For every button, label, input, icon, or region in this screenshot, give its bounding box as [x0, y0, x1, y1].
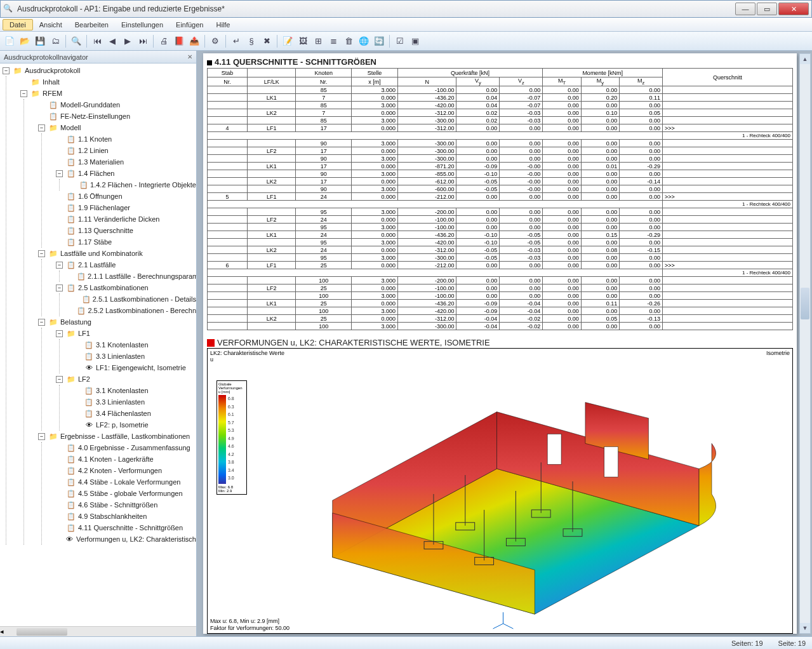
vertical-scrollbar[interactable]: ▲ ▼ — [799, 53, 811, 634]
tree-item[interactable]: 3.1 Knotenlasten — [96, 387, 149, 394]
toolbar-prev-icon[interactable]: ◀ — [105, 34, 119, 48]
navigator-close-icon[interactable]: ✕ — [187, 53, 192, 60]
tree-item[interactable]: 3.1 Knotenlasten — [96, 341, 149, 349]
tree-item[interactable]: 4.6 Stäbe - Schnittgrößen — [78, 501, 157, 509]
tree-item[interactable]: 4.1 Knoten - Lagerkräfte — [78, 455, 154, 463]
toolbar-last-icon[interactable]: ⏭ — [136, 34, 150, 48]
toolbar-print-icon[interactable]: 🖨 — [157, 34, 171, 48]
toolbar-table-icon[interactable]: ⊞ — [311, 34, 325, 48]
toolbar-pagebreak-icon[interactable]: ↵ — [229, 34, 243, 48]
tree-item[interactable]: 2.5.1 Lastkombinationen - Details — [93, 295, 196, 303]
tree-item[interactable]: 1.6 Öffnungen — [78, 192, 123, 200]
tree-collapse-icon[interactable]: − — [56, 262, 63, 269]
tree-item-lf2[interactable]: LF2 — [78, 375, 90, 383]
minimize-button[interactable]: — — [735, 3, 755, 15]
toolbar-pdf-icon[interactable]: 📕 — [172, 34, 186, 48]
tree-item[interactable]: 4.2 Knoten - Verformungen — [78, 467, 162, 474]
scroll-down-icon[interactable]: ▼ — [800, 623, 810, 633]
tree-item-belastung[interactable]: Belastung — [60, 318, 91, 326]
tree-item[interactable]: 3.4 Flächenlasten — [96, 410, 151, 417]
toolbar-del-icon[interactable]: 🗑 — [342, 34, 356, 48]
menu-ansicht[interactable]: Ansicht — [33, 20, 69, 30]
tree-item[interactable]: Modell-Grunddaten — [60, 101, 120, 109]
toolbar-section-icon[interactable]: § — [244, 34, 258, 48]
tree-collapse-icon[interactable]: − — [56, 284, 63, 291]
tree-collapse-icon[interactable]: − — [38, 124, 45, 131]
tree-item[interactable]: 1.1 Knoten — [78, 135, 112, 143]
toolbar-first-icon[interactable]: ⏮ — [90, 34, 104, 48]
tree-item[interactable]: 4.9 Stabschlankheiten — [78, 512, 147, 520]
tree-collapse-icon[interactable]: − — [20, 90, 27, 97]
status-pages: Seiten: 19 — [731, 639, 763, 647]
tree-item[interactable]: 1.3 Materialien — [78, 158, 124, 166]
tree-item[interactable]: LF1: Eigengewicht, Isometrie — [96, 364, 186, 371]
tree-collapse-icon[interactable]: − — [56, 170, 63, 177]
tree-item[interactable]: 4.4 Stäbe - Lokale Verformungen — [78, 478, 180, 486]
menu-datei[interactable]: Datei — [3, 19, 33, 30]
tree-collapse-icon[interactable]: − — [56, 376, 63, 383]
toolbar-refresh-icon[interactable]: 🔄 — [372, 34, 386, 48]
navigator-hscroll[interactable]: ◂ — [0, 626, 196, 636]
tree-item[interactable]: 2.1.1 Lastfälle - Berechnungsparam — [88, 272, 196, 280]
tree-item-rfem[interactable]: RFEM — [43, 90, 62, 97]
scroll-up-icon[interactable]: ▲ — [800, 54, 810, 64]
tree-item[interactable]: LF2: p, Isometrie — [96, 421, 149, 429]
tree-item-lf1[interactable]: LF1 — [78, 330, 90, 337]
tree-item[interactable]: 1.11 Veränderliche Dicken — [78, 215, 159, 223]
tree-item[interactable]: 2.5 Lastkombinationen — [78, 284, 149, 291]
tree-item-inhalt[interactable]: Inhalt — [43, 78, 60, 86]
tree-root[interactable]: Ausdruckprotokoll — [25, 67, 80, 74]
tree-item[interactable]: 1.4.2 Flächen - Integrierte Objekte — [90, 181, 196, 189]
table-row: 853.000-100.000.000.000.000.000.00 — [208, 86, 793, 94]
menu-einfuegen[interactable]: Einfügen — [170, 20, 210, 30]
tree-collapse-icon[interactable]: − — [38, 433, 45, 440]
tree-item[interactable]: Verformungen u, LK2: Charakteristisch — [76, 535, 196, 543]
th-stelle: Stelle — [352, 69, 398, 77]
toolbar-sep — [86, 35, 87, 48]
toolbar-search-icon[interactable]: 🔍 — [69, 34, 83, 48]
toolbar-open-icon[interactable]: 📂 — [18, 34, 32, 48]
scroll-thumb[interactable] — [801, 288, 809, 319]
toolbar-image-icon[interactable]: 🖼 — [296, 34, 310, 48]
tree-item[interactable]: 1.13 Querschnitte — [78, 227, 133, 234]
maximize-button[interactable]: ▭ — [757, 3, 777, 15]
toolbar-header-icon[interactable]: ≣ — [326, 34, 340, 48]
navigator-tree[interactable]: −📁Ausdruckprotokoll 📁Inhalt −📁RFEM 📋Mode… — [0, 64, 196, 626]
tree-item[interactable]: 3.3 Linienlasten — [96, 398, 145, 406]
toolbar-settings-icon[interactable]: ⚙ — [208, 34, 222, 48]
tree-item[interactable]: FE-Netz-Einstellungen — [60, 112, 130, 120]
tree-item[interactable]: 1.17 Stäbe — [78, 238, 112, 246]
tree-item[interactable]: 4.0 Ergebnisse - Zusammenfassung — [78, 444, 190, 452]
tree-item[interactable]: 3.3 Linienlasten — [96, 352, 145, 360]
tree-collapse-icon[interactable]: − — [56, 330, 63, 337]
toolbar-new-icon[interactable]: 📄 — [3, 34, 17, 48]
tree-item-lastkomb[interactable]: Lastfälle und Kombinatorik — [60, 250, 143, 257]
tree-item[interactable]: 2.1 Lastfälle — [78, 261, 116, 269]
toolbar-next-icon[interactable]: ▶ — [121, 34, 135, 48]
tree-item-modell[interactable]: Modell — [60, 124, 81, 131]
toolbar-text-icon[interactable]: 📝 — [281, 34, 295, 48]
menu-bearbeiten[interactable]: Bearbeiten — [69, 20, 115, 30]
toolbar-select-icon[interactable]: ☑ — [393, 34, 407, 48]
tree-collapse-icon[interactable]: − — [38, 319, 45, 326]
toolbar-filter-icon[interactable]: ▣ — [408, 34, 422, 48]
tree-item[interactable]: 1.2 Linien — [78, 147, 109, 154]
tree-item[interactable]: 1.4 Flächen — [78, 170, 114, 177]
tree-item[interactable]: 4.11 Querschnitte - Schnittgrößen — [78, 524, 183, 532]
tree-collapse-icon[interactable]: − — [38, 250, 45, 257]
tree-item[interactable]: 4.5 Stäbe - globale Verformungen — [78, 490, 183, 497]
close-button[interactable]: ✕ — [778, 3, 809, 15]
toolbar-export-icon[interactable]: 📤 — [187, 34, 201, 48]
toolbar-save-icon[interactable]: 💾 — [33, 34, 47, 48]
menu-einstellungen[interactable]: Einstellungen — [115, 20, 170, 30]
table-row: LK2170.000-612.00-0.05-0.000.000.00-0.14 — [208, 178, 793, 185]
tree-collapse-icon[interactable]: − — [3, 67, 10, 74]
toolbar-savecfg-icon[interactable]: 🗂 — [48, 34, 62, 48]
table-row: 853.000-420.000.04-0.070.000.000.00 — [208, 102, 793, 109]
tree-item[interactable]: 1.9 Flächenlager — [78, 204, 130, 211]
toolbar-lang-icon[interactable]: 🌐 — [357, 34, 371, 48]
toolbar-remove-icon[interactable]: ✖ — [260, 34, 274, 48]
tree-item[interactable]: 2.5.2 Lastkombinationen - Berechn — [88, 307, 196, 314]
menu-hilfe[interactable]: Hilfe — [210, 20, 236, 30]
tree-item-ergebnisse[interactable]: Ergebnisse - Lastfälle, Lastkombinatione… — [60, 432, 190, 440]
